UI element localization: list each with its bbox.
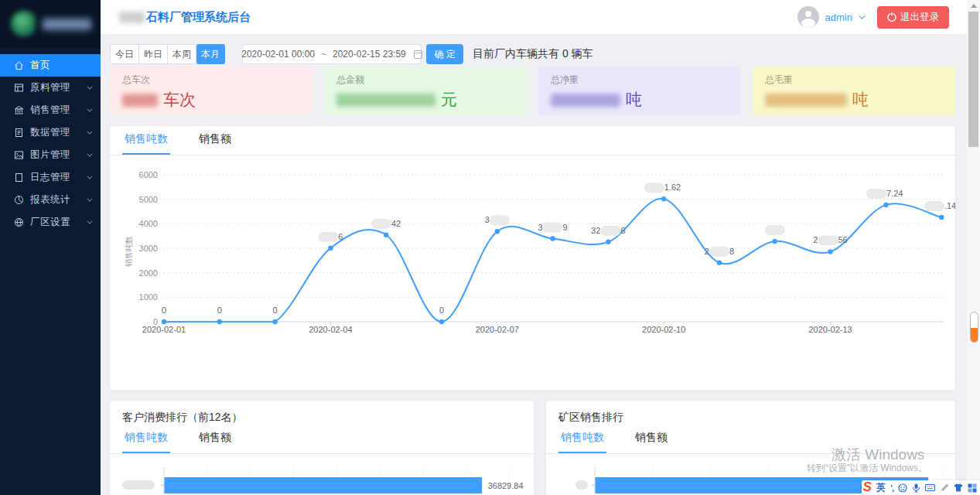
svg-text:2: 2 <box>813 235 818 244</box>
punctuation-icon[interactable]: ’, <box>890 483 893 493</box>
main-area: 石料厂管理系统后台 admin 退出登录 今日昨日本周本月 2020-02-01… <box>101 0 980 495</box>
handwriting-icon[interactable] <box>940 483 949 493</box>
quick-range-今日[interactable]: 今日 <box>110 44 139 64</box>
svg-text:4000: 4000 <box>139 219 158 228</box>
svg-text:3: 3 <box>538 223 542 232</box>
sidebar-item-label: 首页 <box>30 59 90 72</box>
data-icon <box>14 128 24 138</box>
toolbox-icon[interactable] <box>968 483 977 493</box>
stat-card-总毛重: 总毛重吨 <box>753 67 955 115</box>
quick-range-昨日[interactable]: 昨日 <box>139 44 168 64</box>
scrollbar-up-arrow[interactable] <box>967 0 980 12</box>
ime-toolbar[interactable]: S 英 ’, <box>862 480 980 495</box>
svg-text:3000: 3000 <box>139 244 158 253</box>
sales-trend-chart: 0100020003000400050006000销售吨数2020-02-012… <box>110 155 955 387</box>
stat-card-label: 总车次 <box>122 73 300 87</box>
logo-text-redacted <box>43 19 91 30</box>
sidebar-item-首页[interactable]: 首页 <box>0 54 101 77</box>
svg-text:2020-02-01: 2020-02-01 <box>142 325 186 334</box>
emoji-icon[interactable] <box>898 483 907 493</box>
sidebar-item-label: 厂区设置 <box>30 216 87 229</box>
sidebar-menu: 首页原料管理销售管理数据管理图片管理日志管理报表统计厂区设置 <box>0 48 101 234</box>
sidebar-item-label: 数据管理 <box>30 126 87 139</box>
customer-rank-chart: 36829.84 <box>110 454 534 495</box>
sales-trend-tab-销售额[interactable]: 销售额 <box>196 132 234 155</box>
sidebar-item-报表统计[interactable]: 报表统计 <box>0 189 101 211</box>
calendar-icon <box>414 50 422 59</box>
sidebar-item-label: 日志管理 <box>30 171 87 184</box>
svg-text:2020-02-13: 2020-02-13 <box>808 325 852 334</box>
date-range-input[interactable]: 2020-02-01 00:00 ~ 2020-02-15 23:59 <box>242 44 422 64</box>
quick-range-本月[interactable]: 本月 <box>196 44 225 64</box>
sidebar: 首页原料管理销售管理数据管理图片管理日志管理报表统计厂区设置 <box>0 0 101 495</box>
sales-trend-card: 销售吨数销售额 0100020003000400050006000销售吨数202… <box>110 126 955 390</box>
sidebar-item-label: 图片管理 <box>30 148 87 162</box>
customer-rank-tab-销售额[interactable]: 销售额 <box>196 431 234 453</box>
logout-button[interactable]: 退出登录 <box>877 6 949 29</box>
sales-trend-tabs: 销售吨数销售额 <box>110 126 955 155</box>
images-icon <box>14 150 24 160</box>
svg-text:6000: 6000 <box>139 170 158 179</box>
quick-range-本周[interactable]: 本周 <box>168 44 196 64</box>
chevron-down-icon <box>87 219 92 224</box>
mine-rank-title: 矿区销售排行 <box>546 401 955 425</box>
customer-rank-tabs: 销售吨数销售额 <box>110 425 534 454</box>
stat-value-redacted <box>122 94 158 107</box>
scrollbar[interactable] <box>967 0 980 495</box>
stat-value-redacted <box>765 94 847 107</box>
chevron-down-icon <box>87 196 92 202</box>
chevron-down-icon <box>87 152 92 157</box>
svg-text:销售吨数: 销售吨数 <box>125 236 133 268</box>
stat-card-总净重: 总净重吨 <box>538 67 741 115</box>
sidebar-item-label: 报表统计 <box>30 193 87 207</box>
svg-text:1000: 1000 <box>139 292 158 302</box>
vehicle-status: 目前厂内车辆共有 0 辆车 <box>473 47 593 61</box>
stat-unit: 吨 <box>852 89 869 111</box>
stat-card-总金额: 总金额元 <box>324 67 527 115</box>
mine-rank-tab-销售额[interactable]: 销售额 <box>633 431 670 453</box>
username[interactable]: admin <box>825 12 852 23</box>
sales-trend-tab-销售吨数[interactable]: 销售吨数 <box>122 132 170 155</box>
skin-icon[interactable] <box>954 483 963 492</box>
svg-text:2000: 2000 <box>139 268 158 278</box>
filter-bar: 今日昨日本周本月 2020-02-01 00:00 ~ 2020-02-15 2… <box>110 44 955 64</box>
sidebar-item-销售管理[interactable]: 销售管理 <box>0 99 101 121</box>
logs-icon <box>14 172 24 183</box>
content: 今日昨日本周本月 2020-02-01 00:00 ~ 2020-02-15 2… <box>101 35 955 495</box>
avatar[interactable] <box>797 6 819 28</box>
mic-icon[interactable] <box>912 483 920 493</box>
svg-text:6: 6 <box>621 226 626 235</box>
reports-icon <box>14 195 24 205</box>
stat-cards: 总车次车次总金额元总净重吨总毛重吨 <box>110 67 955 115</box>
ime-language-mode[interactable]: 英 <box>876 481 886 494</box>
mine-rank-tab-销售吨数[interactable]: 销售吨数 <box>558 431 606 453</box>
customer-rank-tab-销售吨数[interactable]: 销售吨数 <box>122 431 170 453</box>
chevron-down-icon <box>87 129 92 135</box>
confirm-button[interactable]: 确 定 <box>426 44 463 64</box>
keyboard-icon[interactable] <box>925 483 935 492</box>
settings-icon <box>14 217 24 227</box>
sidebar-item-数据管理[interactable]: 数据管理 <box>0 121 101 144</box>
stat-card-label: 总金额 <box>336 73 514 87</box>
materials-icon <box>14 83 24 93</box>
stat-unit: 吨 <box>626 89 642 111</box>
chevron-down-icon <box>87 84 92 90</box>
page-title: 石料厂管理系统后台 <box>146 10 251 25</box>
stat-card-label: 总毛重 <box>765 73 943 87</box>
svg-text:36829.84: 36829.84 <box>488 481 524 490</box>
sogou-logo[interactable]: S <box>863 480 872 493</box>
svg-text:2020-02-07: 2020-02-07 <box>476 325 519 334</box>
sidebar-item-图片管理[interactable]: 图片管理 <box>0 144 101 166</box>
scrollbar-thumb[interactable] <box>968 12 978 147</box>
svg-text:2: 2 <box>705 247 709 256</box>
customer-rank-card: 客户消费排行（前12名） 销售吨数销售额 36829.84 <box>110 401 534 495</box>
date-start: 2020-02-01 00:00 <box>241 49 315 60</box>
sidebar-item-厂区设置[interactable]: 厂区设置 <box>0 211 101 234</box>
stat-card-label: 总净重 <box>551 73 729 87</box>
sidebar-item-原料管理[interactable]: 原料管理 <box>0 77 101 99</box>
svg-text:7.24: 7.24 <box>886 189 903 198</box>
sidebar-item-日志管理[interactable]: 日志管理 <box>0 166 101 189</box>
floating-extension-button[interactable] <box>970 312 978 343</box>
svg-text:8: 8 <box>729 247 734 256</box>
chevron-down-icon <box>859 12 865 19</box>
